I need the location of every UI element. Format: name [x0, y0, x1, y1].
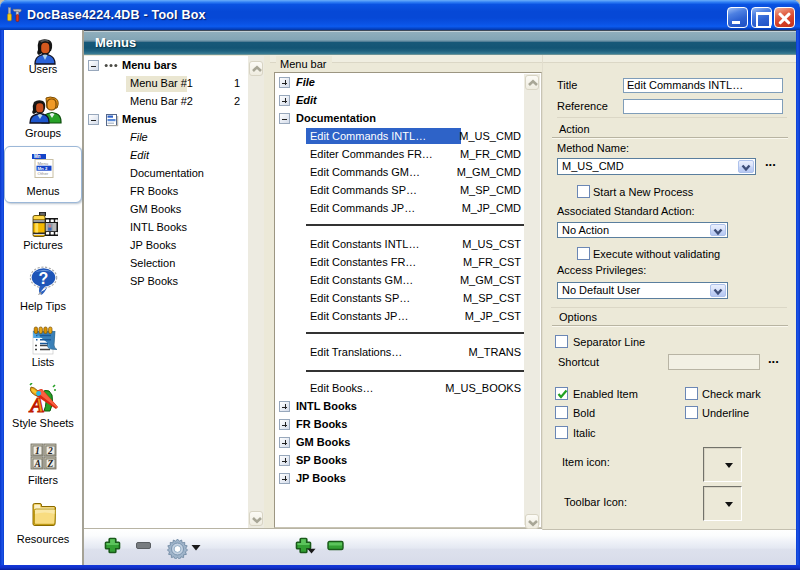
svg-text:1: 1 [35, 446, 40, 456]
svg-text:?: ? [39, 270, 49, 287]
svg-text:Mn: Mn [34, 154, 41, 159]
svg-text:Other: Other [38, 171, 49, 176]
svg-text:Menu: Menu [38, 161, 49, 166]
svg-text:Mn 2: Mn 2 [38, 166, 48, 171]
svg-text:A: A [34, 459, 41, 469]
svg-text:2: 2 [47, 446, 53, 456]
svg-text:Z: Z [47, 459, 54, 469]
